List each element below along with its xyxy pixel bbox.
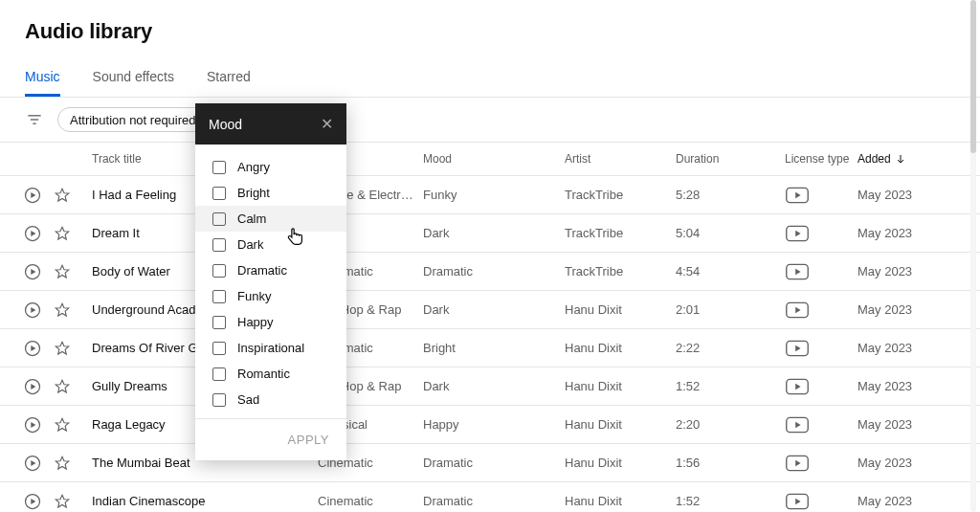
svg-marker-16 <box>56 265 69 278</box>
play-icon[interactable] <box>23 262 54 281</box>
checkbox-icon[interactable] <box>212 187 226 200</box>
license-icon[interactable] <box>785 378 858 395</box>
col-added[interactable]: Added <box>858 152 980 166</box>
star-icon[interactable] <box>54 263 92 280</box>
track-duration: 1:52 <box>676 379 785 393</box>
svg-marker-11 <box>56 227 69 239</box>
track-added: May 2023 <box>858 188 980 202</box>
svg-marker-20 <box>31 307 35 313</box>
mood-option-label: Inspirational <box>237 341 304 355</box>
table-row[interactable]: Indian CinemascopeCinematicDramaticHanu … <box>0 482 980 512</box>
track-duration: 5:04 <box>676 226 785 240</box>
svg-marker-46 <box>56 495 69 507</box>
play-icon[interactable] <box>23 377 54 396</box>
mood-option-dark[interactable]: Dark <box>195 232 346 257</box>
table-row[interactable]: Gully DreamsHip-Hop & RapDarkHanu Dixit1… <box>0 367 980 406</box>
arrow-down-icon <box>895 153 906 165</box>
table-row[interactable]: Dream ItRockDarkTrackTribe5:04May 2023 <box>0 214 980 253</box>
table-row[interactable]: The Mumbai BeatCinematicDramaticHanu Dix… <box>0 444 980 482</box>
checkbox-icon[interactable] <box>212 212 226 226</box>
checkbox-icon[interactable] <box>212 290 226 303</box>
close-icon[interactable]: ✕ <box>321 115 333 133</box>
star-icon[interactable] <box>54 340 92 357</box>
checkbox-icon[interactable] <box>212 367 226 381</box>
svg-marker-25 <box>31 345 35 351</box>
checkbox-icon[interactable] <box>212 393 226 407</box>
scrollbar-thumb[interactable] <box>970 0 976 153</box>
license-icon[interactable] <box>785 225 858 242</box>
play-icon[interactable] <box>23 339 54 358</box>
svg-marker-15 <box>31 269 35 275</box>
filter-chip-label: Attribution not required <box>70 113 196 127</box>
track-artist: Hanu Dixit <box>565 456 676 470</box>
track-artist: Hanu Dixit <box>565 379 676 393</box>
license-icon[interactable] <box>785 187 858 204</box>
table-row[interactable]: I Had a FeelingDance & ElectronicFunkyTr… <box>0 176 980 214</box>
star-icon[interactable] <box>54 225 92 242</box>
mood-option-sad[interactable]: Sad <box>195 387 346 412</box>
checkbox-icon[interactable] <box>212 161 226 174</box>
play-icon[interactable] <box>23 224 54 243</box>
svg-marker-43 <box>795 459 800 465</box>
col-duration[interactable]: Duration <box>676 152 785 166</box>
star-icon[interactable] <box>54 301 92 319</box>
svg-marker-41 <box>56 456 69 469</box>
tab-sound-effects[interactable]: Sound effects <box>93 69 174 97</box>
mood-option-label: Bright <box>237 186 270 200</box>
svg-marker-21 <box>56 303 69 316</box>
play-icon[interactable] <box>23 492 54 511</box>
col-license[interactable]: License type <box>785 152 858 166</box>
table-row[interactable]: Underground AcademyHip-Hop & RapDarkHanu… <box>0 291 980 329</box>
table-header: Track title Genre Mood Artist Duration L… <box>0 143 980 176</box>
checkbox-icon[interactable] <box>212 316 226 329</box>
scrollbar[interactable] <box>970 0 976 512</box>
filter-icon[interactable] <box>25 110 44 129</box>
star-icon[interactable] <box>54 455 92 472</box>
checkbox-icon[interactable] <box>212 238 226 252</box>
mood-option-label: Sad <box>237 392 259 407</box>
mood-option-inspirational[interactable]: Inspirational <box>195 335 346 361</box>
checkbox-icon[interactable] <box>212 342 226 355</box>
table-row[interactable]: Dreams Of River GangaCinematicBrightHanu… <box>0 329 980 367</box>
svg-marker-5 <box>31 192 35 198</box>
track-mood: Happy <box>423 417 565 432</box>
mood-option-dramatic[interactable]: Dramatic <box>195 257 346 283</box>
track-added: May 2023 <box>858 226 980 240</box>
license-icon[interactable] <box>785 455 858 472</box>
play-icon[interactable] <box>23 415 54 434</box>
table-row[interactable]: Raga LegacyClassicalHappyHanu Dixit2:20M… <box>0 406 980 444</box>
apply-button[interactable]: APPLY <box>195 418 346 460</box>
mood-option-angry[interactable]: Angry <box>195 154 346 180</box>
track-mood: Dark <box>423 379 565 393</box>
mood-option-label: Dark <box>237 237 263 252</box>
track-artist: Hanu Dixit <box>565 302 676 317</box>
checkbox-icon[interactable] <box>212 264 226 278</box>
license-icon[interactable] <box>785 340 858 357</box>
license-icon[interactable] <box>785 301 858 319</box>
mood-option-calm[interactable]: Calm <box>195 206 346 232</box>
star-icon[interactable] <box>54 187 92 204</box>
star-icon[interactable] <box>54 493 92 510</box>
table-row[interactable]: Body of WaterCinematicDramaticTrackTribe… <box>0 253 980 291</box>
star-icon[interactable] <box>54 378 92 395</box>
track-added: May 2023 <box>858 341 980 355</box>
col-added-label: Added <box>858 152 891 166</box>
col-mood[interactable]: Mood <box>423 152 565 166</box>
license-icon[interactable] <box>785 416 858 434</box>
play-icon[interactable] <box>23 454 54 473</box>
mood-option-bright[interactable]: Bright <box>195 180 346 206</box>
star-icon[interactable] <box>54 416 92 434</box>
license-icon[interactable] <box>785 493 858 510</box>
svg-marker-30 <box>31 384 35 390</box>
mood-option-romantic[interactable]: Romantic <box>195 361 346 387</box>
mood-option-happy[interactable]: Happy <box>195 309 346 335</box>
license-icon[interactable] <box>785 263 858 280</box>
track-mood: Dark <box>423 226 565 240</box>
play-icon[interactable] <box>23 186 54 205</box>
mood-option-funky[interactable]: Funky <box>195 283 346 309</box>
tab-starred[interactable]: Starred <box>207 69 251 97</box>
filter-bar: Attribution not required ✕ <box>0 98 980 143</box>
play-icon[interactable] <box>23 301 54 320</box>
col-artist[interactable]: Artist <box>565 152 676 166</box>
tab-music[interactable]: Music <box>25 69 60 97</box>
